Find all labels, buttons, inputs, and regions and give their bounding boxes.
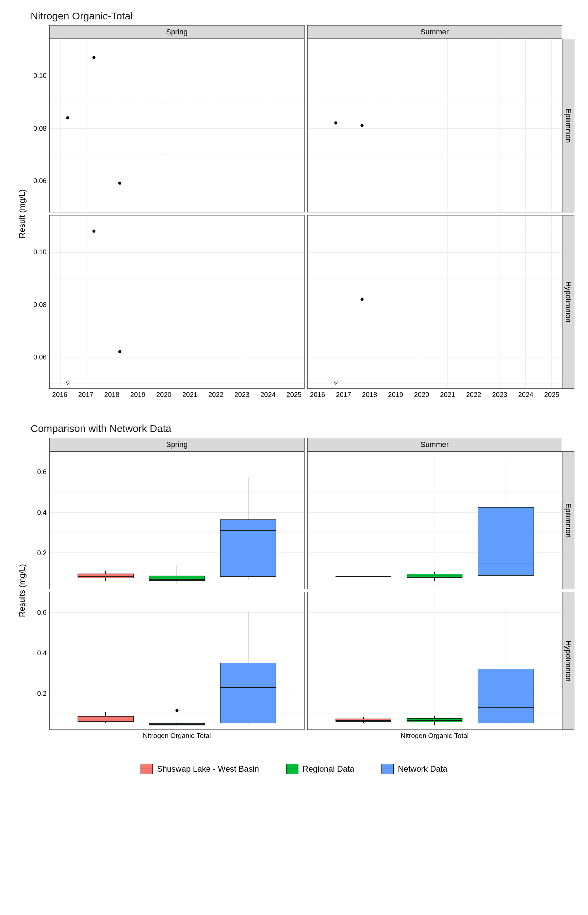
x-tick: 2018	[362, 391, 377, 399]
y-tick-labels: 0.2 0.4 0.6	[31, 592, 49, 730]
x-tick: 2020	[156, 391, 171, 399]
legend: Shuswap Lake - West Basin Regional Data …	[14, 764, 574, 774]
facet-col-summer: Summer	[307, 438, 562, 451]
legend-item-shuswap: Shuswap Lake - West Basin	[141, 764, 259, 774]
x-tick: 2025	[286, 391, 302, 399]
facet-col-spring: Spring	[49, 438, 305, 451]
figure-title: Comparison with Network Data	[31, 423, 574, 434]
boxplot-regional-data	[407, 592, 462, 729]
boxplot-regional-data	[407, 452, 462, 589]
boxplot-network-data	[220, 452, 276, 589]
data-point	[92, 230, 95, 233]
facet-col-spring: Spring	[49, 25, 305, 39]
panel-spring-epilimnion	[49, 39, 305, 212]
box-panel-summer-hypolimnion	[307, 592, 562, 730]
x-tick-labels: 2016201720182019202020212022202320242025	[49, 389, 305, 403]
data-point	[92, 56, 95, 59]
outlier-point	[175, 709, 178, 712]
boxplot-regional-data	[149, 592, 205, 729]
censored-point-icon	[66, 382, 70, 385]
facet-row-hypolimnion: Hypolimnion	[562, 592, 574, 730]
y-tick-labels: 0.2 0.4 0.6	[31, 451, 49, 589]
x-tick: 2023	[492, 391, 507, 399]
x-tick: 2021	[183, 391, 198, 399]
facet-col-summer: Summer	[307, 25, 562, 39]
scatter-figure: Nitrogen Organic-Total Result (mg/L) Spr…	[14, 10, 574, 403]
x-tick-labels: Nitrogen Organic-Total	[49, 730, 305, 744]
data-point	[66, 116, 69, 119]
x-tick: 2022	[466, 391, 481, 399]
y-tick-labels: 0.06 0.08 0.10	[31, 39, 49, 212]
facet-row-epilimnion: Epilimnion	[562, 39, 574, 212]
panel-summer-hypolimnion	[307, 215, 562, 389]
x-tick-labels: 2016201720182019202020212022202320242025	[307, 389, 562, 403]
data-point	[118, 350, 121, 353]
legend-key-icon	[141, 764, 153, 774]
x-tick: 2019	[388, 391, 403, 399]
figure-title: Nitrogen Organic-Total	[31, 10, 574, 22]
data-point	[118, 182, 121, 185]
x-tick: 2018	[104, 391, 120, 399]
x-tick: 2021	[440, 391, 455, 399]
boxplot-network-data	[220, 592, 276, 729]
x-tick: 2025	[544, 391, 559, 399]
x-tick: 2020	[414, 391, 430, 399]
x-tick: 2017	[336, 391, 351, 399]
legend-key-icon	[286, 764, 299, 774]
x-tick: 2019	[130, 391, 145, 399]
x-tick: 2016	[52, 391, 67, 399]
box-panel-spring-hypolimnion	[49, 592, 305, 730]
boxplot-shuswap-lake-west-basin	[78, 592, 133, 729]
box-panel-spring-epilimnion	[49, 451, 305, 589]
boxplot-shuswap-lake-west-basin	[336, 592, 391, 729]
boxplot-shuswap-lake-west-basin	[78, 452, 133, 589]
boxplot-network-data	[478, 452, 533, 589]
x-tick: 2024	[260, 391, 276, 399]
y-tick-labels: 0.06 0.08 0.10	[31, 215, 49, 389]
y-axis-label: Result (mg/L)	[17, 189, 27, 238]
x-tick: 2017	[78, 391, 94, 399]
boxplot-network-data	[478, 592, 533, 729]
panel-summer-epilimnion	[307, 39, 562, 212]
data-point	[360, 298, 363, 301]
legend-key-icon	[381, 764, 394, 774]
facet-row-hypolimnion: Hypolimnion	[562, 215, 574, 389]
censored-point-icon	[334, 382, 338, 385]
y-axis-label: Results (mg/L)	[17, 564, 27, 617]
data-point	[334, 121, 338, 124]
x-tick: 2022	[208, 391, 224, 399]
boxplot-shuswap-lake-west-basin	[336, 452, 391, 589]
legend-item-regional: Regional Data	[286, 764, 354, 774]
legend-item-network: Network Data	[381, 764, 447, 774]
x-tick: 2023	[234, 391, 250, 399]
panel-spring-hypolimnion	[49, 215, 305, 389]
facet-row-epilimnion: Epilimnion	[562, 451, 574, 589]
x-tick: 2016	[310, 391, 325, 399]
x-tick-labels: Nitrogen Organic-Total	[307, 730, 562, 744]
x-tick: 2024	[518, 391, 533, 399]
boxplot-figure: Comparison with Network Data Results (mg…	[14, 423, 574, 744]
box-panel-summer-epilimnion	[307, 451, 562, 589]
boxplot-regional-data	[149, 452, 205, 589]
data-point	[360, 124, 363, 127]
